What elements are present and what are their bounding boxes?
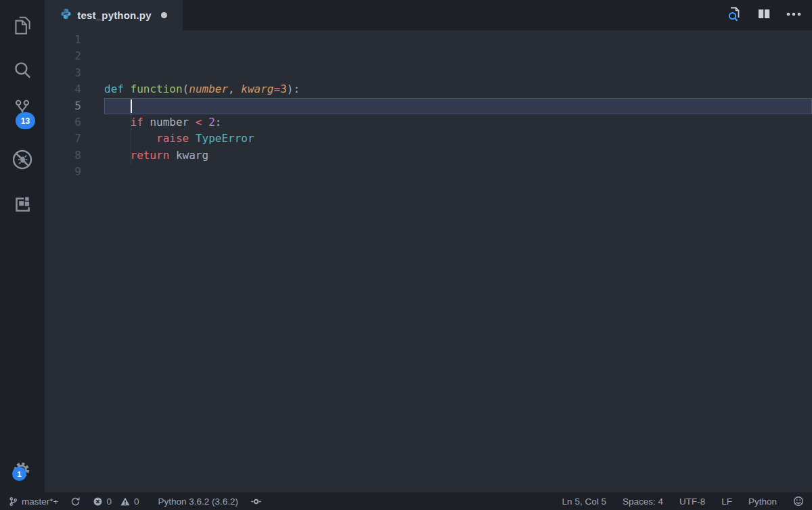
ellipsis-icon — [785, 5, 803, 26]
code-token: 2 — [208, 116, 215, 129]
tab-test-python[interactable]: test_python.py — [45, 0, 183, 30]
code-line-5[interactable] — [104, 98, 812, 114]
tab-bar: test_python.py — [45, 0, 812, 30]
code-token: 3 — [280, 83, 287, 95]
code-token: def — [104, 83, 124, 95]
code-row-3: 3 — [45, 65, 812, 81]
python-icon — [60, 8, 72, 22]
indentation-label: Spaces: 4 — [623, 496, 663, 507]
sync-button[interactable] — [70, 496, 81, 507]
code-token: function — [131, 83, 183, 95]
code-token: if — [131, 116, 143, 129]
activity-item-explorer[interactable] — [0, 9, 45, 42]
code-row-7: 7 raise TypeError — [45, 131, 812, 147]
eol-label: LF — [721, 496, 732, 507]
error-icon — [93, 496, 103, 507]
code-line-1[interactable] — [104, 32, 812, 48]
line-number-5[interactable]: 5 — [45, 98, 81, 114]
source-control-badge: 13 — [16, 112, 35, 129]
modified-dot-icon[interactable] — [161, 12, 167, 18]
extensions-icon — [11, 193, 34, 216]
target-icon — [250, 496, 262, 507]
activity-item-source-control[interactable]: 13 — [0, 93, 45, 126]
code-line-9[interactable] — [104, 164, 812, 180]
code-token: return — [131, 149, 170, 162]
code-token: kwarg — [241, 83, 273, 95]
feedback-button[interactable] — [793, 496, 804, 507]
search-icon — [11, 59, 34, 82]
line-number-7[interactable]: 7 — [45, 131, 81, 147]
code-row-4: 4def function(number, kwarg=3): — [45, 81, 812, 97]
no-bug-icon — [10, 147, 35, 172]
main-row: 13 — [0, 0, 812, 492]
code-token — [104, 149, 131, 162]
split-editor-button[interactable] — [752, 4, 775, 27]
code-token: kwarg — [169, 149, 208, 162]
activity-item-debug[interactable] — [0, 143, 45, 176]
code-token — [104, 116, 131, 129]
editor-actions — [723, 0, 812, 30]
code-editor[interactable]: 1234def function(number, kwarg=3):5 6 if… — [45, 30, 812, 492]
git-branch-icon — [8, 496, 18, 507]
linter-status[interactable] — [250, 496, 262, 507]
code-row-8: 8 return kwarg — [45, 147, 812, 164]
branch-label: master*+ — [22, 496, 58, 507]
code-line-4[interactable]: def function(number, kwarg=3): — [104, 81, 812, 97]
git-branch-status[interactable]: master*+ — [8, 496, 58, 507]
split-editor-icon — [755, 5, 773, 26]
language-mode-status[interactable]: Python — [748, 496, 777, 507]
code-token: : — [215, 116, 222, 129]
code-token: ): — [287, 83, 300, 95]
eol-status[interactable]: LF — [721, 496, 732, 507]
code-token: ( — [183, 83, 189, 95]
line-number-3[interactable]: 3 — [45, 65, 81, 81]
line-number-6[interactable]: 6 — [45, 114, 81, 131]
code-line-6[interactable]: if number < 2: — [104, 114, 812, 131]
files-icon — [11, 14, 34, 37]
code-row-2: 2 — [45, 48, 812, 64]
activity-bar: 13 — [0, 0, 45, 492]
python-interpreter-status[interactable]: Python 3.6.2 (3.6.2) — [158, 496, 238, 507]
line-number-2[interactable]: 2 — [45, 48, 81, 64]
encoding-status[interactable]: UTF-8 — [679, 496, 705, 507]
error-count: 0 — [106, 496, 112, 507]
indentation-status[interactable]: Spaces: 4 — [623, 496, 663, 507]
code-token — [124, 83, 131, 95]
settings-badge: 1 — [12, 467, 26, 481]
code-token: TypeError — [196, 132, 254, 145]
code-token: number — [143, 116, 196, 129]
status-left: master*+ 0 — [8, 496, 262, 507]
code-line-7[interactable]: raise TypeError — [104, 131, 812, 147]
line-number-9[interactable]: 9 — [45, 164, 81, 180]
status-bar: master*+ 0 — [0, 492, 812, 510]
tab-label: test_python.py — [77, 9, 151, 21]
line-number-8[interactable]: 8 — [45, 147, 81, 164]
code-token — [104, 99, 131, 112]
warning-icon — [120, 496, 131, 507]
code-token: , — [228, 83, 241, 95]
open-preview-button[interactable] — [723, 4, 746, 27]
editor-column: test_python.py — [45, 0, 812, 492]
line-number-4[interactable]: 4 — [45, 81, 81, 97]
vscode-window: 13 — [0, 0, 812, 510]
sync-icon — [70, 496, 81, 507]
activity-item-extensions[interactable] — [0, 188, 45, 221]
status-right: Ln 5, Col 5 Spaces: 4 UTF-8 LF Python — [562, 496, 804, 507]
code-token — [202, 116, 209, 129]
code-token: = — [273, 83, 280, 95]
activity-item-settings[interactable]: 1 — [0, 455, 45, 487]
line-number-1[interactable]: 1 — [45, 32, 81, 48]
code-line-8[interactable]: return kwarg — [104, 147, 812, 164]
code-row-6: 6 if number < 2: — [45, 114, 812, 131]
indent-guide — [131, 114, 131, 164]
problems-status[interactable]: 0 0 — [93, 496, 139, 507]
activity-item-search[interactable] — [0, 54, 45, 87]
more-actions-button[interactable] — [782, 4, 805, 27]
code-token: number — [189, 83, 228, 95]
code-line-3[interactable] — [104, 65, 812, 81]
cursor-position-status[interactable]: Ln 5, Col 5 — [562, 496, 606, 507]
code-line-2[interactable] — [104, 48, 812, 64]
text-cursor — [131, 99, 132, 113]
code-row-9: 9 — [45, 164, 812, 180]
warning-count: 0 — [134, 496, 139, 507]
